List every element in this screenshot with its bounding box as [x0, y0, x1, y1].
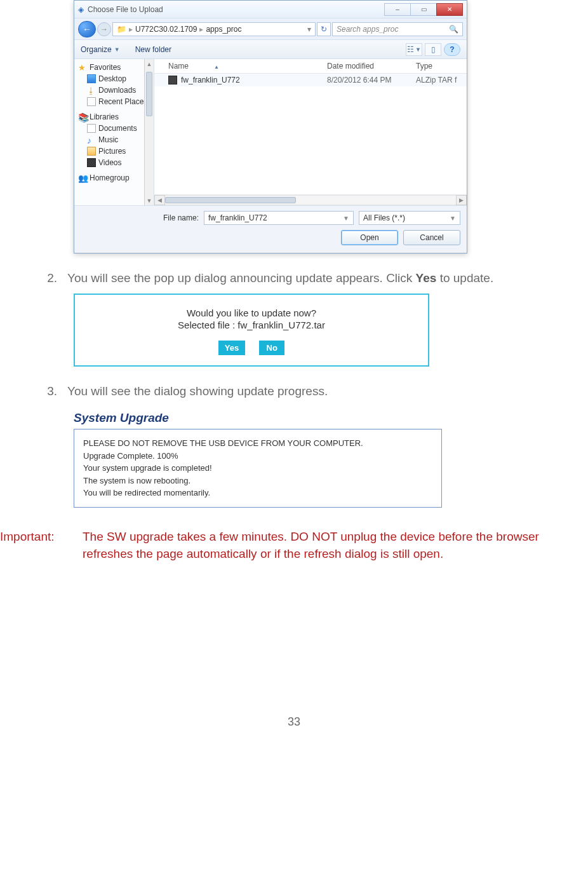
- new-folder-button[interactable]: New folder: [135, 45, 171, 54]
- important-message: The SW upgrade takes a few minutes. DO N…: [83, 528, 588, 563]
- nav-item-downloads[interactable]: ⭳Downloads: [76, 84, 152, 96]
- step-3: 3. You will see the dialog showing updat…: [44, 383, 588, 400]
- nav-item-desktop[interactable]: Desktop: [76, 73, 152, 84]
- update-confirm-dialog: Would you like to update now? Selected f…: [74, 294, 429, 367]
- upgrade-progress-box: PLEASE DO NOT REMOVE THE USB DEVICE FROM…: [74, 429, 442, 508]
- chevron-right-icon: ▸: [129, 25, 133, 34]
- homegroup-icon: 👥: [78, 173, 87, 182]
- page-number: 33: [0, 715, 588, 729]
- nav-item-music[interactable]: ♪Music: [76, 134, 152, 145]
- file-name: fw_franklin_U772: [181, 76, 240, 84]
- search-placeholder: Search apps_proc: [337, 25, 398, 34]
- chevron-right-icon: ▸: [199, 25, 203, 34]
- nav-group-libraries[interactable]: 📚 Libraries: [76, 111, 152, 123]
- cancel-button[interactable]: Cancel: [403, 230, 460, 245]
- nav-group-favorites[interactable]: ★ Favorites: [76, 62, 152, 73]
- toolbar: Organize ▼ New folder ☷▼ ▯ ?: [74, 40, 467, 59]
- file-icon: [168, 76, 177, 84]
- chevron-down-icon[interactable]: ▼: [343, 215, 349, 222]
- scroll-thumb[interactable]: [165, 197, 296, 203]
- step-text: You will see the pop up dialog announcin…: [67, 270, 588, 287]
- scroll-down-icon[interactable]: ▼: [145, 196, 154, 205]
- nav-item-documents[interactable]: Documents: [76, 123, 152, 134]
- chevron-down-icon[interactable]: ▼: [450, 215, 456, 222]
- minimize-button[interactable]: –: [384, 3, 411, 16]
- scroll-right-icon[interactable]: ▶: [456, 195, 467, 205]
- chevron-down-icon: ▼: [114, 46, 120, 53]
- nav-scrollbar[interactable]: ▲ ▼: [144, 59, 154, 205]
- confirm-line-2: Selected file : fw_franklin_U772.tar: [81, 320, 422, 330]
- view-options-button[interactable]: ☷▼: [406, 43, 422, 56]
- important-label: Important:: [0, 528, 83, 563]
- desktop-icon: [87, 74, 96, 83]
- breadcrumb-part[interactable]: U772C30.02.1709: [135, 25, 197, 34]
- step-2: 2. You will see the pop up dialog announ…: [44, 270, 588, 287]
- dialog-body: ★ Favorites Desktop ⭳Downloads Recent Pl…: [74, 59, 467, 205]
- confirm-line-1: Would you like to update now?: [81, 307, 422, 318]
- nav-forward-button[interactable]: →: [97, 22, 111, 36]
- open-button[interactable]: Open: [341, 230, 398, 245]
- breadcrumb-part[interactable]: apps_proc: [206, 25, 241, 34]
- file-row[interactable]: fw_franklin_U772 8/20/2012 6:44 PM ALZip…: [154, 74, 467, 86]
- upgrade-line: The system is now rebooting.: [83, 475, 432, 487]
- scroll-thumb[interactable]: [146, 72, 152, 116]
- sort-asc-icon: ▲: [214, 64, 219, 70]
- videos-icon: [87, 158, 96, 167]
- star-icon: ★: [78, 63, 87, 72]
- column-date[interactable]: Date modified: [327, 62, 416, 71]
- scroll-track[interactable]: [165, 195, 456, 205]
- help-button[interactable]: ?: [444, 43, 460, 56]
- nav-item-videos[interactable]: Videos: [76, 157, 152, 168]
- step-number: 3.: [44, 383, 57, 400]
- preview-pane-button[interactable]: ▯: [425, 43, 441, 56]
- breadcrumb[interactable]: 📁 ▸ U772C30.02.1709 ▸ apps_proc ▾: [112, 22, 316, 36]
- no-button[interactable]: No: [259, 341, 284, 355]
- step-text: You will see the dialog showing update p…: [67, 383, 588, 400]
- refresh-button[interactable]: ↻: [317, 22, 331, 36]
- organize-button[interactable]: Organize ▼: [81, 45, 120, 54]
- upgrade-line: You will be redirected momentarily.: [83, 487, 432, 499]
- file-open-dialog: ◈ Choose File to Upload – ▭ ✕ ← → 📁 ▸ U7…: [74, 0, 467, 253]
- recent-icon: [87, 97, 96, 106]
- search-input[interactable]: Search apps_proc 🔍: [332, 22, 463, 36]
- upgrade-line: Your system upgrade is completed!: [83, 462, 432, 475]
- horizontal-scrollbar[interactable]: ◀ ▶: [154, 194, 467, 205]
- filename-label: File name:: [163, 213, 199, 222]
- navigation-bar: ← → 📁 ▸ U772C30.02.1709 ▸ apps_proc ▾ ↻ …: [74, 18, 467, 40]
- upgrade-line: PLEASE DO NOT REMOVE THE USB DEVICE FROM…: [83, 437, 432, 450]
- dialog-footer: File name: fw_franklin_U772 ▼ All Files …: [74, 205, 467, 253]
- music-icon: ♪: [87, 135, 96, 144]
- maximize-button[interactable]: ▭: [410, 3, 437, 16]
- downloads-icon: ⭳: [87, 86, 96, 95]
- nav-back-button[interactable]: ←: [78, 21, 96, 37]
- important-note: Important: The SW upgrade takes a few mi…: [0, 528, 588, 563]
- step-number: 2.: [44, 270, 57, 287]
- file-list: Name▲ Date modified Type fw_franklin_U77…: [154, 59, 467, 205]
- navigation-pane: ★ Favorites Desktop ⭳Downloads Recent Pl…: [74, 59, 154, 205]
- file-date: 8/20/2012 6:44 PM: [327, 76, 416, 84]
- libraries-icon: 📚: [78, 112, 87, 121]
- chevron-down-icon[interactable]: ▾: [307, 25, 311, 34]
- file-type: ALZip TAR f: [416, 76, 467, 84]
- window-title: Choose File to Upload: [88, 5, 385, 14]
- documents-icon: [87, 124, 96, 133]
- column-name[interactable]: Name▲: [154, 62, 327, 71]
- yes-button[interactable]: Yes: [218, 341, 245, 355]
- scroll-left-icon[interactable]: ◀: [154, 195, 165, 205]
- filename-value: fw_franklin_U772: [208, 213, 267, 222]
- filename-input[interactable]: fw_franklin_U772 ▼: [204, 211, 354, 225]
- column-type[interactable]: Type: [416, 62, 467, 71]
- titlebar: ◈ Choose File to Upload – ▭ ✕: [74, 1, 467, 18]
- list-header: Name▲ Date modified Type: [154, 59, 467, 74]
- search-icon: 🔍: [449, 25, 458, 34]
- upgrade-line: Upgrade Complete. 100%: [83, 450, 432, 463]
- nav-item-recent-places[interactable]: Recent Places: [76, 96, 152, 107]
- scroll-up-icon[interactable]: ▲: [145, 59, 154, 69]
- nav-group-homegroup[interactable]: 👥 Homegroup: [76, 172, 152, 184]
- pictures-icon: [87, 147, 96, 156]
- ie-icon: ◈: [78, 5, 84, 14]
- upgrade-title: System Upgrade: [74, 411, 588, 425]
- file-type-filter[interactable]: All Files (*.*) ▼: [359, 211, 460, 225]
- close-button[interactable]: ✕: [436, 3, 463, 16]
- nav-item-pictures[interactable]: Pictures: [76, 145, 152, 157]
